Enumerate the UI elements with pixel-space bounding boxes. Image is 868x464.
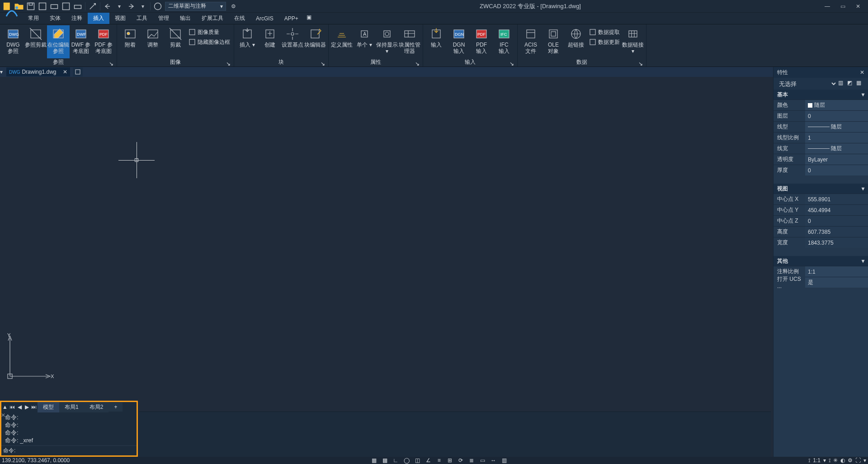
menu-ArcGIS[interactable]: ArcGIS (250, 14, 279, 24)
osnap-toggle[interactable]: ◫ (413, 457, 421, 464)
property-row[interactable]: 图层0 (774, 110, 868, 121)
workspace-gear-icon[interactable]: ⚙ (229, 2, 238, 11)
tab-dropdown-icon[interactable]: ▾ (0, 69, 5, 75)
pickadd-icon[interactable]: ▦ (856, 80, 864, 88)
menu-扩展工具[interactable]: 扩展工具 (196, 13, 229, 24)
minimize-button[interactable]: — (823, 2, 832, 11)
property-row[interactable]: 宽度1843.3775 (774, 237, 868, 248)
dialog-launcher-icon[interactable]: ↘ (638, 61, 643, 66)
hyperlink-button[interactable]: 超链接 (565, 25, 587, 58)
layout-next-icon[interactable]: ▶ (23, 404, 30, 410)
print-icon[interactable] (73, 2, 82, 11)
menu-在线[interactable]: 在线 (229, 13, 250, 24)
props-section[interactable]: 其他▾ (774, 256, 868, 266)
ref-clip-button[interactable]: 参照剪裁 (24, 25, 47, 58)
property-row[interactable]: 线型———— 随层 (774, 121, 868, 132)
property-row[interactable]: 透明度ByLayer (774, 154, 868, 165)
menu-注释[interactable]: 注释 (66, 13, 88, 24)
menu-输出[interactable]: 输出 (175, 13, 196, 24)
grid-toggle[interactable]: ▦ (370, 457, 378, 464)
saveas-icon[interactable] (38, 2, 47, 11)
lwt-toggle[interactable]: ≡ (435, 457, 443, 464)
property-row[interactable]: 中心点 X555.8901 (774, 194, 868, 204)
menu-管理[interactable]: 管理 (153, 13, 175, 24)
menu-常用[interactable]: 常用 (23, 13, 44, 24)
data-link-button[interactable]: 数据链接 ▾ (622, 25, 644, 58)
menu-实体[interactable]: 实体 (44, 13, 66, 24)
tray-dd-icon[interactable]: ▾ (863, 457, 866, 464)
data-update-button[interactable]: 数据更新 (587, 37, 622, 47)
redo-dd-icon[interactable]: ▾ (138, 2, 147, 11)
help-icon[interactable] (153, 2, 162, 11)
data-extract-button[interactable]: 数据提取 (587, 27, 622, 37)
create-button[interactable]: 创建 (259, 25, 281, 58)
image-quality-button[interactable]: 图像质量 (187, 27, 232, 37)
props-section[interactable]: 视图▾ (774, 184, 868, 194)
properties-close-icon[interactable]: ✕ (860, 69, 864, 76)
set-base-button[interactable]: 设置基点 (281, 25, 304, 58)
maximize-button[interactable]: ▭ (838, 2, 847, 11)
pdf-underlay-button[interactable]: PDFPDF 参 考底图 (92, 25, 115, 58)
adjust-button[interactable]: 调整 (142, 25, 164, 58)
plot-icon[interactable] (50, 2, 59, 11)
props-section[interactable]: 基本▾ (774, 90, 868, 99)
ortho-toggle[interactable]: ∟ (392, 457, 400, 464)
workspace-dropdown[interactable]: 二维草图与注释 ▾ (165, 2, 226, 11)
import-button[interactable]: 输入 (425, 25, 448, 58)
new-tab-button[interactable] (73, 67, 83, 76)
dialog-launcher-icon[interactable]: ↘ (226, 61, 231, 66)
command-input[interactable] (17, 446, 137, 455)
tab-model[interactable]: 模型 (38, 402, 59, 412)
loft-toggle[interactable]: ▭ (478, 457, 486, 464)
tab-add[interactable]: + (108, 402, 123, 412)
block-attr-mgr-button[interactable]: 块属性管理器 (398, 25, 421, 58)
ole-obj-button[interactable]: OLE 对象 (542, 25, 565, 58)
isolate-icon[interactable]: ◐ (840, 457, 845, 464)
clip-button[interactable]: 剪裁 (164, 25, 187, 58)
anno-scale[interactable]: 1:1 (813, 457, 821, 464)
drawing-canvas[interactable]: — ❐ ✕ Y X (0, 77, 868, 457)
undo-icon[interactable] (103, 2, 112, 11)
menu-APP+[interactable]: APP+ (279, 14, 304, 24)
dialog-launcher-icon[interactable]: ↘ (509, 61, 514, 66)
property-row[interactable]: 厚度0 (774, 165, 868, 175)
cycle-toggle[interactable]: ⟳ (457, 457, 465, 464)
edit-ref-inplace-button[interactable]: 在位编辑参照 (47, 25, 70, 58)
save-icon[interactable] (26, 2, 35, 11)
layout-first-icon[interactable]: ⏮ (9, 404, 16, 410)
anno-vis-icon[interactable]: ⟟ (829, 457, 830, 464)
gear-icon[interactable]: ⚙ (848, 457, 853, 464)
dyn-toggle[interactable]: ⊞ (446, 457, 454, 464)
hide-image-border-button[interactable]: 隐藏图像边框 (187, 37, 232, 47)
snap-toggle[interactable]: ▩ (381, 457, 389, 464)
menu-视图[interactable]: 视图 (109, 13, 131, 24)
app-logo[interactable] (3, 3, 21, 21)
selection-dropdown[interactable]: 无选择 (777, 80, 837, 88)
property-row[interactable]: 线型比例1 (774, 132, 868, 143)
property-row[interactable]: 线宽———— 随层 (774, 143, 868, 154)
acis-file-button[interactable]: ACIS 文件 (519, 25, 542, 58)
qp-toggle[interactable]: ▥ (500, 457, 508, 464)
menu-插入[interactable]: 插入 (88, 13, 109, 24)
pdf-import-button[interactable]: PDFPDF 输入 (470, 25, 493, 58)
insert-button[interactable]: 插入 ▾ (236, 25, 259, 58)
layout-prev-icon[interactable]: ◀ (16, 404, 23, 410)
property-row[interactable]: 高度607.7385 (774, 226, 868, 237)
attach-button[interactable]: 附着 (119, 25, 142, 58)
property-row[interactable]: 颜色随层 (774, 99, 868, 110)
block-editor-button[interactable]: 块编辑器 (304, 25, 326, 58)
match-icon[interactable] (88, 2, 97, 11)
cmd-close-icon[interactable]: ✕ (1, 412, 7, 418)
redo-icon[interactable] (127, 2, 136, 11)
dialog-launcher-icon[interactable]: ↘ (108, 61, 114, 66)
anno-ucs-icon[interactable]: ⟟ (808, 457, 810, 464)
dgn-import-button[interactable]: DGNDGN 输入 (448, 25, 470, 58)
dwf-underlay-button[interactable]: DWFDWF 参 考底图 (70, 25, 92, 58)
menu-工具[interactable]: 工具 (131, 13, 153, 24)
undo-dd-icon[interactable]: ▾ (115, 2, 124, 11)
otrack-toggle[interactable]: ∠ (424, 457, 432, 464)
def-attr-button[interactable]: 定义属性 (330, 25, 353, 58)
anno-dd-icon[interactable]: ▾ (823, 457, 826, 464)
preview-icon[interactable] (61, 2, 71, 11)
layout-last-icon[interactable]: ⏭ (30, 404, 38, 410)
